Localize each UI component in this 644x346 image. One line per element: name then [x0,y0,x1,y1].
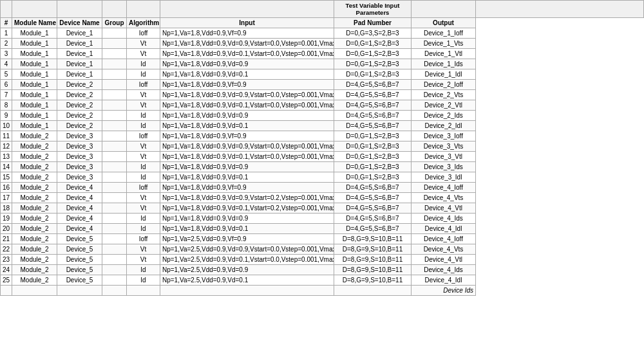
table-cell: Np=1,Va=1.8,Vdd=0.9,Vd=0.1 [160,172,334,183]
col-input-header [160,1,334,18]
table-cell: 16 [1,183,12,193]
table-cell [102,214,127,224]
table-cell: D=8,G=9,S=10,B=11 [334,255,412,265]
table-cell: Vt [127,49,160,59]
table-cell: D=4,G=5,S=6,B=7 [334,111,412,121]
table-cell: Device_2_Ioff [412,80,476,90]
table-cell: Device_3 [57,172,102,183]
col-algorithm-header: Algorithm [127,18,160,28]
table-cell [102,193,127,203]
table-row: 16Module_2Device_4IoffNp=1,Va=1.8,Vdd=0.… [1,183,644,193]
table-cell: D=4,G=5,S=6,B=7 [334,214,412,224]
table-cell: Module_2 [12,141,57,152]
table-cell: Device_4_Vts [412,244,476,255]
table-cell: Device_2 [57,80,102,90]
table-cell: D=0,G=1,S=2,B=3 [334,172,412,183]
table-cell: 1 [1,28,12,39]
table-cell: Vt [127,141,160,152]
table-cell: Device_4_Idl [412,224,476,234]
table-cell: D=0,G=1,S=2,B=3 [334,162,412,172]
table-cell: Np=1,Va=1.8,Vdd=0.9,Vd=0.9,Vstart=0.2,Vs… [160,193,334,203]
footer-empty-cell [127,286,160,296]
table-cell: Device_3_Idl [412,172,476,183]
table-cell: Device_3 [57,141,102,152]
table-cell: Device_3_Ids [412,162,476,172]
table-cell [102,141,127,152]
table-cell: Np=1,Va=1.8,Vdd=0.9,Vf=0.9 [160,131,334,141]
table-row: 9Module_1Device_2IdNp=1,Va=1.8,Vdd=0.9,V… [1,111,644,121]
table-cell: Id [127,162,160,172]
table-cell: Device_1 [57,59,102,69]
table-cell: Module_1 [12,80,57,90]
table-cell: Vt [127,100,160,111]
table-cell: Device_1_Vts [412,39,476,49]
table-cell: Module_1 [12,28,57,39]
table-cell: D=4,G=5,S=6,B=7 [334,203,412,214]
table-cell: Module_1 [12,59,57,69]
table-wrapper[interactable]: Test Variable Input Parameters # Module … [0,0,644,346]
table-cell: Device_1_Ids [412,59,476,69]
table-cell: Device_1 [57,49,102,59]
table-cell: Module_2 [12,234,57,244]
table-cell: Id [127,214,160,224]
table-cell: 6 [1,80,12,90]
table-cell: Device_3_Vtl [412,152,476,162]
col-module-header [12,1,57,18]
table-cell: Np=1,Va=1.8,Vdd=0.9,Vd=0.9 [160,111,334,121]
table-cell [102,111,127,121]
table-cell: Module_2 [12,244,57,255]
table-body: 1Module_1Device_1IoffNp=1,Va=1.8,Vdd=0.9… [1,28,644,296]
table-cell: Device_3 [57,152,102,162]
table-cell: Device_1_Ioff [412,28,476,39]
table-cell [102,69,127,80]
table-cell [102,152,127,162]
table-cell: Vt [127,244,160,255]
col-group-header2: Group [102,18,127,28]
col-output-header [476,1,644,18]
table-cell: Id [127,224,160,234]
col-group-header [102,1,127,18]
table-row: 3Module_1Device_1VtNp=1,Va=1.8,Vdd=0.9,V… [1,49,644,59]
table-cell: Id [127,121,160,131]
table-cell: Device_2 [57,90,102,100]
table-row: 23Module_2Device_5VtNp=1,Va=2.5,Vdd=0.9,… [1,255,644,265]
table-cell: Module_1 [12,39,57,49]
table-row: 22Module_2Device_5VtNp=1,Va=2.5,Vdd=0.9,… [1,244,644,255]
table-cell: Ioff [127,28,160,39]
table-cell: 15 [1,172,12,183]
table-cell [102,49,127,59]
table-cell: Np=1,Va=1.8,Vdd=0.9,Vd=0.1,Vstart=0.0,Vs… [160,100,334,111]
table-cell: Device_4_Idl [412,275,476,286]
table-cell: 22 [1,244,12,255]
footer-empty-cell [334,286,412,296]
table-cell: Device_4_Ioff [412,234,476,244]
table-cell: Np=1,Va=1.8,Vdd=0.9,Vd=0.1,Vstart=0.0,Vs… [160,49,334,59]
table-row: 15Module_2Device_3IdNp=1,Va=1.8,Vdd=0.9,… [1,172,644,183]
table-cell: 14 [1,162,12,172]
table-cell: D=0,G=1,S=2,B=3 [334,152,412,162]
table-cell: Device_4_Vtl [412,203,476,214]
table-cell: Device_2_Vtl [412,100,476,111]
table-cell: Ioff [127,234,160,244]
table-cell: Id [127,172,160,183]
table-cell: Np=1,Va=2.5,Vdd=0.9,Vd=0.9,Vstart=0.0,Vs… [160,244,334,255]
col-algo-header [127,1,160,18]
table-row: 7Module_1Device_2VtNp=1,Va=1.8,Vdd=0.9,V… [1,90,644,100]
table-cell: D=8,G=9,S=10,B=11 [334,265,412,275]
table-cell: Device_4 [57,183,102,193]
table-cell: Device_5 [57,265,102,275]
table-cell: Np=1,Va=1.8,Vdd=0.9,Vf=0.9 [160,80,334,90]
table-cell: 20 [1,224,12,234]
table-cell [102,172,127,183]
table-cell: Device_4 [57,203,102,214]
table-cell: Np=1,Va=1.8,Vdd=0.9,Vd=0.9 [160,162,334,172]
table-cell: Id [127,59,160,69]
table-cell: 24 [1,265,12,275]
table-cell: D=0,G=1,S=2,B=3 [334,141,412,152]
table-cell: 17 [1,193,12,203]
col-variable-header: Test Variable Input Parameters [334,1,412,18]
table-cell: Np=1,Va=1.8,Vdd=0.9,Vd=0.1 [160,224,334,234]
table-cell: Module_1 [12,90,57,100]
table-cell: 21 [1,234,12,244]
col-hash-header: # [1,18,12,28]
